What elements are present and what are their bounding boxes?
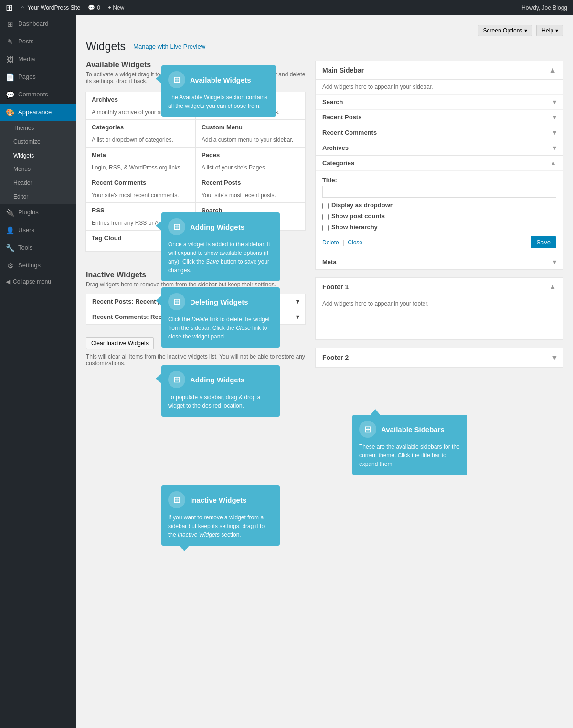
sidebar-item-menus[interactable]: Menus — [0, 162, 76, 176]
sidebar-recent-posts-widget[interactable]: Recent Posts ▾ — [316, 109, 563, 125]
categories-title-label: Title: — [322, 177, 556, 184]
sidebar-item-tools[interactable]: 🔧 Tools — [0, 239, 76, 257]
sidebar-item-widgets[interactable]: Widgets — [0, 149, 76, 163]
clear-inactive-widgets-button[interactable]: Clear Inactive Widgets — [86, 337, 154, 349]
post-counts-checkbox[interactable] — [322, 214, 329, 220]
widget-meta-header: Meta — [86, 148, 195, 162]
site-name: Your WordPress Site — [27, 4, 80, 11]
sidebar-item-editor[interactable]: Editor — [0, 190, 76, 204]
collapse-menu-button[interactable]: ◀ Collapse menu — [0, 274, 76, 289]
tooltip-title: Available Sidebars — [381, 425, 445, 433]
menus-label: Menus — [13, 165, 31, 173]
tooltip-title: Adding Widgets — [190, 376, 244, 384]
widget-item-categories[interactable]: Categories A list or dropdown of categor… — [85, 119, 196, 148]
chevron-down-icon: ▾ — [552, 353, 556, 362]
sidebar-item-header[interactable]: Header — [0, 176, 76, 190]
plugins-icon: 🔌 — [6, 208, 14, 218]
tooltip-body: Once a widget is added to the sidebar, i… — [161, 240, 280, 281]
widget-item-custom-menu[interactable]: Custom Menu Add a custom menu to your si… — [195, 119, 306, 148]
screen-options-arrow-icon: ▾ — [524, 27, 527, 34]
users-icon: 👤 — [6, 225, 14, 235]
widget-item-recent-posts[interactable]: Recent Posts Your site's most recent pos… — [195, 175, 306, 203]
sidebar-item-users[interactable]: 👤 Users — [0, 222, 76, 239]
widget-categories-header: Categories — [86, 120, 195, 135]
tooltip-body: Click the Delete link to delete the widg… — [161, 315, 280, 348]
sidebar-item-customize[interactable]: Customize — [0, 135, 76, 149]
sidebar-search-widget[interactable]: Search ▾ — [316, 94, 563, 109]
categories-title-input[interactable] — [322, 186, 556, 198]
widget-recent-comments-header: Recent Comments — [86, 175, 195, 190]
tooltip-title: Deleting Widgets — [190, 298, 248, 306]
dropdown-checkbox[interactable] — [322, 203, 329, 209]
sidebar-item-comments[interactable]: 💬 Comments — [0, 86, 76, 104]
tooltip-body: If you want to remove a widget from a si… — [161, 513, 280, 546]
posts-icon: ✎ — [6, 37, 14, 47]
site-name-link[interactable]: ⌂ Your WordPress Site — [21, 4, 80, 11]
sidebar-item-plugins[interactable]: 🔌 Plugins — [0, 204, 76, 222]
collapse-label: Collapse menu — [13, 278, 51, 285]
widget-recent-posts-desc: Your site's most recent posts. — [196, 190, 305, 202]
main-sidebar-desc: Add widgets here to appear in your sideb… — [316, 80, 563, 94]
sidebar-item-themes[interactable]: Themes — [0, 121, 76, 135]
collapse-arrow-icon: ◀ — [6, 278, 10, 285]
widget-item-recent-comments[interactable]: Recent Comments Your site's most recent … — [85, 175, 196, 203]
help-button[interactable]: Help ▾ — [536, 25, 563, 36]
widget-custom-menu-desc: Add a custom menu to your sidebar. — [196, 135, 305, 147]
sidebar-item-dashboard[interactable]: ⊞ Dashboard — [0, 15, 76, 33]
sidebar-item-appearance[interactable]: 🎨 Appearance — [0, 104, 76, 121]
comments-icon: 💬 — [88, 4, 95, 11]
sidebars-column: Main Sidebar ▲ Add widgets here to appea… — [315, 61, 563, 375]
sidebar-item-media[interactable]: 🖼 Media — [0, 51, 76, 68]
widget-item-meta[interactable]: Meta Login, RSS, & WordPress.org links. — [85, 147, 196, 175]
footer2-header[interactable]: Footer 2 ▾ — [316, 348, 563, 367]
widgets-label: Widgets — [13, 152, 34, 160]
pages-icon: 📄 — [6, 72, 14, 82]
tooltip-icon: ⊞ — [168, 71, 185, 88]
widget-meta-desc: Login, RSS, & WordPress.org links. — [86, 162, 195, 175]
tooltip-title: Adding Widgets — [190, 223, 244, 231]
tools-icon: 🔧 — [6, 243, 14, 253]
new-content-link[interactable]: + New — [108, 4, 124, 11]
hierarchy-checkbox[interactable] — [322, 225, 329, 231]
home-icon: ⌂ — [21, 4, 24, 11]
sidebar-item-label: Posts — [18, 37, 34, 46]
users-label: Users — [18, 226, 34, 234]
screen-options-button[interactable]: Screen Options ▾ — [478, 25, 533, 36]
clear-inactive-note: This will clear all items from the inact… — [86, 353, 306, 367]
chevron-down-icon: ▾ — [296, 298, 299, 305]
footer1-header[interactable]: Footer 1 ▲ — [316, 278, 563, 296]
help-arrow-icon: ▾ — [555, 27, 558, 34]
comments-link[interactable]: 💬 0 — [88, 4, 100, 11]
tooltip-deleting-widgets: ⊞ Deleting Widgets Click the Delete link… — [161, 287, 280, 348]
sidebar-item-label: Dashboard — [18, 20, 49, 28]
widget-pages-header: Pages — [196, 148, 305, 162]
widget-categories-desc: A list or dropdown of categories. — [86, 135, 195, 147]
main-sidebar-header[interactable]: Main Sidebar ▲ — [316, 61, 563, 80]
tooltip-adding-widgets-1: ⊞ Adding Widgets Once a widget is added … — [161, 212, 280, 281]
sidebar-item-posts[interactable]: ✎ Posts — [0, 33, 76, 51]
collapse-icon: ▲ — [549, 283, 556, 291]
wp-logo-icon[interactable]: ⊞ — [6, 2, 13, 13]
sidebar-item-settings[interactable]: ⚙ Settings — [0, 257, 76, 274]
tooltip-icon: ⊞ — [168, 293, 185, 310]
manage-live-preview-link[interactable]: Manage with Live Preview — [133, 43, 205, 50]
sidebar-search-label: Search — [322, 98, 343, 106]
sidebar-meta-label: Meta — [322, 258, 337, 265]
sidebar-item-pages[interactable]: 📄 Pages — [0, 68, 76, 86]
sidebar-categories-widget[interactable]: Categories ▲ — [316, 155, 563, 170]
chevron-down-icon: ▾ — [553, 258, 556, 265]
sidebar-archives-label: Archives — [322, 144, 349, 151]
close-link[interactable]: Close — [348, 239, 362, 246]
chevron-down-icon: ▾ — [553, 98, 556, 106]
sidebar-recent-comments-widget[interactable]: Recent Comments ▾ — [316, 125, 563, 140]
widget-item-pages[interactable]: Pages A list of your site's Pages. — [195, 147, 306, 175]
customize-label: Customize — [13, 138, 41, 146]
help-label: Help — [541, 27, 553, 34]
sidebar-meta-widget[interactable]: Meta ▾ — [316, 254, 563, 269]
header-label: Header — [13, 179, 32, 187]
sidebar-archives-widget[interactable]: Archives ▾ — [316, 140, 563, 155]
save-widget-button[interactable]: Save — [531, 236, 556, 248]
delete-link[interactable]: Delete — [322, 239, 339, 246]
sidebar-recent-posts-label: Recent Posts — [322, 114, 361, 121]
main-sidebar-box: Main Sidebar ▲ Add widgets here to appea… — [315, 61, 563, 270]
